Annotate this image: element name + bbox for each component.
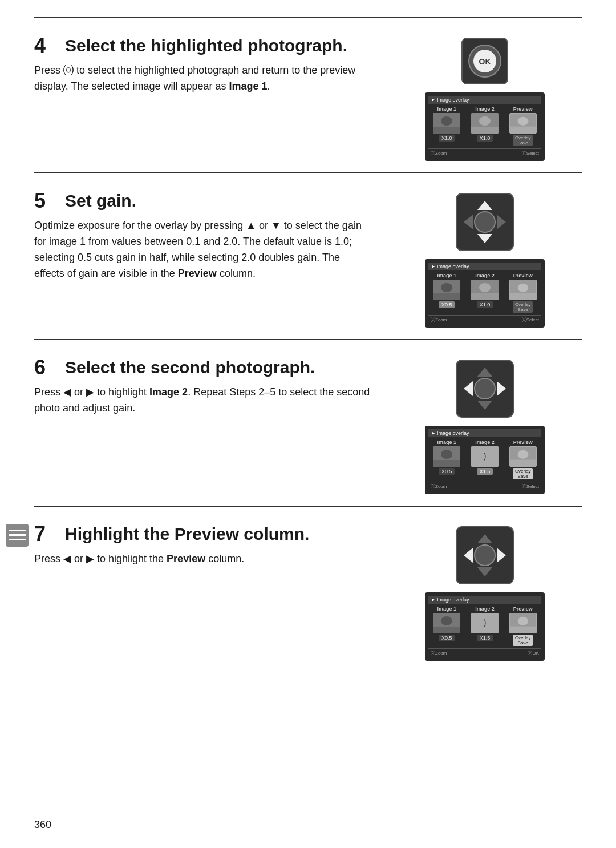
section-7-cam-panel: Image overlay Image 1 X0.5 Image 2 ): [425, 592, 545, 661]
section-5-number: 5: [34, 191, 57, 211]
page: 4 Select the highlighted photograph. Pre…: [0, 0, 616, 706]
svg-rect-44: [9, 534, 26, 536]
menu-sidebar-icon: [6, 524, 29, 547]
cam-thumb-preview-5: [509, 280, 537, 300]
svg-rect-21: [433, 293, 460, 300]
svg-point-5: [441, 116, 452, 126]
cam-value-1-7: X0.5: [439, 635, 455, 641]
svg-rect-43: [9, 530, 26, 531]
cam-footer-7: ⒬Zoom ⒫OK: [428, 648, 541, 657]
svg-rect-27: [510, 293, 536, 300]
section-4-number: 4: [34, 35, 57, 56]
section-6-cam-panel: Image overlay Image 1 X0.5 Image 2 ): [425, 426, 545, 494]
section-7-title: Highlight the Preview column.: [65, 524, 309, 544]
section-4-content: 4 Select the highlighted photograph. Pre…: [34, 35, 388, 161]
cam-overlay-save-7: OverlaySave: [513, 635, 533, 646]
cam-thumb-2-7: ): [471, 613, 499, 633]
section-7-number: 7: [34, 524, 57, 544]
svg-point-51: [475, 545, 495, 566]
svg-point-35: [441, 450, 452, 459]
section-5-body: Optimize exposure for the overlay by pre…: [34, 218, 371, 282]
cam-footer-5: ⒬Zoom ⒫Select: [428, 315, 541, 324]
svg-rect-45: [9, 539, 26, 540]
svg-rect-59: [510, 627, 536, 633]
cam-col-image1-5: Image 1 X0.5: [428, 273, 465, 313]
cam-col-preview-7: Preview OverlaySave: [504, 606, 541, 646]
cam-col-image2-6: Image 2 ) X1.5: [467, 439, 504, 479]
svg-rect-54: [433, 627, 460, 633]
cam-thumb-1-7: [433, 613, 460, 633]
cam-col-preview-6: Preview OverlaySave: [504, 439, 541, 479]
section-6-content: 6 Select the second photograph. Press ◀ …: [34, 357, 388, 494]
svg-point-11: [517, 117, 528, 126]
section-4-cam-panel: Image overlay Image 1 X1.0 Image 2: [425, 92, 545, 161]
cam-thumb-2: [471, 113, 499, 134]
section-4-title: Select the highlighted photograph.: [65, 35, 347, 56]
page-number: 360: [34, 819, 51, 831]
section-4: 4 Select the highlighted photograph. Pre…: [34, 17, 582, 172]
section-5-title-block: 5 Set gain.: [34, 191, 371, 211]
cam-cols-6: Image 1 X0.5 Image 2 ) X1.5: [428, 439, 541, 479]
cam-col-preview-5: Preview OverlaySave: [504, 273, 541, 313]
svg-point-8: [479, 116, 491, 126]
cam-cols-7: Image 1 X0.5 Image 2 ) X1.5: [428, 606, 541, 646]
section-6-title-block: 6 Select the second photograph.: [34, 357, 371, 378]
cam-panel-title-7: Image overlay: [428, 596, 541, 604]
cam-value-1-6: X0.5: [439, 468, 455, 475]
cam-value-1-5: X0.5: [439, 301, 455, 308]
cam-overlay-save-6: OverlaySave: [513, 468, 533, 479]
section-4-body: Press ⒪ to select the highlighted photog…: [34, 63, 371, 95]
cam-value-2: X1.0: [477, 135, 493, 142]
svg-rect-36: [433, 460, 460, 467]
section-6: 6 Select the second photograph. Press ◀ …: [34, 339, 582, 506]
svg-rect-12: [510, 127, 536, 133]
svg-point-23: [479, 283, 491, 292]
section-7-body: Press ◀ or ▶ to highlight the Preview co…: [34, 551, 371, 567]
cam-footer: ⒬Zoom ⒫Select: [428, 148, 541, 158]
cam-value-2-6: X1.5: [477, 468, 493, 475]
cam-thumb-preview: [509, 113, 537, 134]
ok-button-icon: OK: [459, 35, 510, 87]
section-7-image: Image overlay Image 1 X0.5 Image 2 ): [388, 524, 582, 661]
svg-text:OK: OK: [479, 57, 491, 66]
cam-thumb-1-6: [433, 446, 460, 467]
svg-point-40: [517, 450, 528, 459]
cam-col-image1-7: Image 1 X0.5: [428, 606, 465, 646]
section-5: 5 Set gain. Optimize exposure for the ov…: [34, 172, 582, 339]
cam-overlay-save: OverlaySave: [513, 135, 533, 146]
cam-thumb-preview-6: [509, 446, 537, 467]
svg-rect-6: [433, 127, 460, 134]
updown-dpad-icon: [453, 191, 516, 253]
cam-value-2-5: X1.0: [477, 301, 493, 308]
section-6-number: 6: [34, 357, 57, 378]
cam-panel-title: Image overlay: [428, 96, 541, 104]
cam-thumb-2-6: ): [471, 446, 499, 467]
section-7-title-block: 7 Highlight the Preview column.: [34, 524, 371, 544]
cam-col-preview: Preview OverlaySave: [504, 106, 541, 146]
leftright-dpad-icon-7: [453, 524, 516, 587]
section-7: 7 Highlight the Preview column. Press ◀ …: [34, 506, 582, 672]
svg-point-26: [517, 284, 528, 292]
cam-cols-5: Image 1 X0.5 Image 2 X1.0: [428, 273, 541, 313]
svg-rect-24: [471, 293, 499, 300]
section-5-image: Image overlay Image 1 X0.5 Image 2: [388, 191, 582, 328]
svg-point-53: [441, 616, 452, 625]
section-6-body: Press ◀ or ▶ to highlight Image 2. Repea…: [34, 385, 371, 417]
svg-point-58: [517, 617, 528, 625]
section-5-content: 5 Set gain. Optimize exposure for the ov…: [34, 191, 388, 328]
cam-panel-title-6: Image overlay: [428, 429, 541, 437]
section-4-image: OK Image overlay Image 1 X1.0 Image 2: [388, 35, 582, 161]
section-6-image: Image overlay Image 1 X0.5 Image 2 ): [388, 357, 582, 494]
cam-col-image2: Image 2 X1.0: [467, 106, 504, 146]
svg-point-18: [475, 212, 495, 232]
cam-col-image1: Image 1 X1.0: [428, 106, 465, 146]
cam-thumb-1-5: [433, 280, 460, 300]
cam-thumb-preview-7: [509, 613, 537, 633]
svg-rect-9: [471, 127, 499, 134]
cam-value-2-7: X1.5: [477, 635, 493, 641]
svg-text:): ): [484, 451, 487, 461]
section-5-cam-panel: Image overlay Image 1 X0.5 Image 2: [425, 259, 545, 328]
cam-thumb-2-5: [471, 280, 499, 300]
cam-panel-title-5: Image overlay: [428, 263, 541, 270]
svg-text:): ): [484, 618, 487, 627]
